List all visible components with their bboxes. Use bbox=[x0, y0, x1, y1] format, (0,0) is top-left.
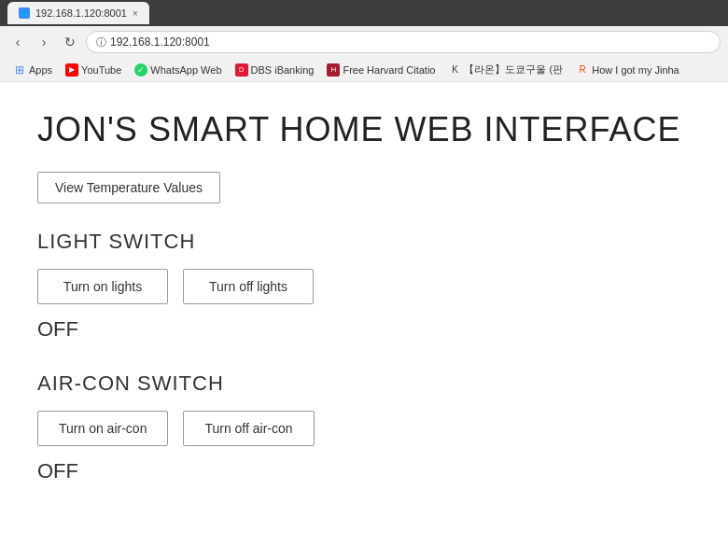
korean-icon: K bbox=[448, 63, 461, 77]
light-switch-section: LIGHT SWITCH Turn on lights Turn off lig… bbox=[37, 230, 691, 342]
bookmark-whatsapp-label: WhatsApp Web bbox=[150, 64, 221, 76]
bookmark-korean-label: 【라온】도쿄구울 (판 bbox=[464, 63, 563, 77]
page-content: JON'S SMART HOME WEB INTERFACE View Temp… bbox=[0, 82, 728, 560]
harvard-icon: H bbox=[327, 63, 340, 77]
bookmark-youtube[interactable]: ▶ YouTube bbox=[60, 62, 127, 78]
lock-icon: ⓘ bbox=[96, 35, 106, 49]
bookmark-dbs[interactable]: D DBS iBanking bbox=[230, 62, 320, 78]
view-temperature-button[interactable]: View Temperature Values bbox=[37, 172, 220, 203]
bookmark-whatsapp[interactable]: ✓ WhatsApp Web bbox=[129, 62, 227, 78]
turn-on-lights-button[interactable]: Turn on lights bbox=[37, 269, 168, 304]
bookmark-jinha-label: How I got my Jinha bbox=[592, 64, 679, 76]
reload-button[interactable]: ↻ bbox=[60, 32, 80, 52]
reddit-icon: R bbox=[576, 63, 589, 77]
tab-bar: 🌐 192.168.1.120:8001 × bbox=[0, 0, 728, 26]
bookmark-apps[interactable]: ⊞ Apps bbox=[7, 62, 58, 78]
page-title: JON'S SMART HOME WEB INTERFACE bbox=[37, 110, 691, 149]
tab-favicon: 🌐 bbox=[19, 7, 30, 19]
tab-close-button[interactable]: × bbox=[133, 8, 138, 19]
light-switch-title: LIGHT SWITCH bbox=[37, 230, 691, 254]
active-tab[interactable]: 🌐 192.168.1.120:8001 × bbox=[7, 2, 149, 24]
back-button[interactable]: ‹ bbox=[7, 32, 28, 52]
browser-chrome: 🌐 192.168.1.120:8001 × ‹ › ↻ ⓘ 192.168.1… bbox=[0, 0, 728, 82]
whatsapp-icon: ✓ bbox=[134, 63, 147, 77]
bookmark-youtube-label: YouTube bbox=[81, 64, 121, 76]
aircon-switch-title: AIR-CON SWITCH bbox=[37, 371, 691, 396]
aircon-switch-section: AIR-CON SWITCH Turn on air-con Turn off … bbox=[37, 371, 691, 483]
light-status: OFF bbox=[37, 317, 691, 342]
address-bar-row: ‹ › ↻ ⓘ 192.168.1.120:8001 bbox=[0, 26, 728, 58]
light-button-row: Turn on lights Turn off lights bbox=[37, 269, 691, 304]
aircon-button-row: Turn on air-con Turn off air-con bbox=[37, 411, 691, 446]
bookmark-harvard-label: Free Harvard Citatio bbox=[343, 64, 435, 76]
apps-grid-icon: ⊞ bbox=[13, 63, 26, 77]
url-text: 192.168.1.120:8001 bbox=[110, 35, 210, 49]
bookmarks-bar: ⊞ Apps ▶ YouTube ✓ WhatsApp Web D DBS iB… bbox=[0, 58, 728, 82]
turn-off-aircon-button[interactable]: Turn off air-con bbox=[183, 411, 314, 446]
tab-title: 192.168.1.120:8001 bbox=[35, 7, 127, 19]
bookmark-apps-label: Apps bbox=[29, 64, 52, 76]
address-box[interactable]: ⓘ 192.168.1.120:8001 bbox=[86, 31, 721, 53]
bookmark-korean[interactable]: K 【라온】도쿄구울 (판 bbox=[442, 61, 568, 78]
forward-button[interactable]: › bbox=[34, 32, 54, 52]
aircon-status: OFF bbox=[37, 459, 691, 483]
turn-on-aircon-button[interactable]: Turn on air-con bbox=[37, 411, 168, 446]
turn-off-lights-button[interactable]: Turn off lights bbox=[183, 269, 314, 304]
bookmark-dbs-label: DBS iBanking bbox=[251, 64, 315, 76]
bookmark-jinha[interactable]: R How I got my Jinha bbox=[570, 62, 685, 78]
dbs-icon: D bbox=[235, 63, 248, 77]
youtube-icon: ▶ bbox=[65, 63, 78, 77]
bookmark-harvard[interactable]: H Free Harvard Citatio bbox=[321, 62, 441, 78]
